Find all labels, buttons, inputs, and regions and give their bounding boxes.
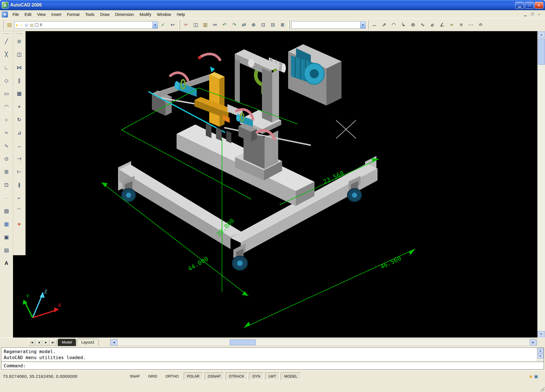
- dim-diameter-icon[interactable]: ⌀: [428, 20, 437, 29]
- mtext-tool-icon[interactable]: A: [1, 257, 12, 270]
- menu-draw[interactable]: Draw: [97, 11, 112, 18]
- rectangle-tool-icon[interactable]: ▭: [1, 87, 12, 100]
- layer-properties-manager-icon[interactable]: ▤: [5, 20, 14, 29]
- layer-on-bulb-icon[interactable]: ●: [16, 23, 18, 27]
- dim-angular-icon[interactable]: ∠: [437, 20, 447, 29]
- zoom-window-icon[interactable]: ⊡: [259, 20, 268, 29]
- make-layer-current-icon[interactable]: ✓: [158, 20, 167, 29]
- trim-tool-icon[interactable]: ⊣: [14, 152, 24, 165]
- layer-dropdown[interactable]: ● ☼ ◎ ▤ 0 ▼: [14, 21, 158, 29]
- scroll-up-icon[interactable]: ▲: [537, 348, 544, 353]
- resize-grip[interactable]: [539, 386, 544, 391]
- point-tool-icon[interactable]: ∙: [1, 191, 12, 205]
- menu-insert[interactable]: Insert: [49, 11, 64, 18]
- layer-dropdown-arrow-icon[interactable]: ▼: [152, 22, 158, 28]
- dim-quick-icon[interactable]: ≍: [447, 20, 456, 29]
- horizontal-scrollbar[interactable]: ◀ ▶: [110, 339, 537, 346]
- toolbar-grip[interactable]: [367, 20, 368, 30]
- hatch-tool-icon[interactable]: ▨: [1, 205, 12, 218]
- dim-continue-icon[interactable]: ⋯: [466, 20, 475, 29]
- command-prompt-input[interactable]: Command:: [1, 363, 544, 369]
- construction-line-tool-icon[interactable]: ╳: [1, 48, 12, 61]
- coordinate-readout[interactable]: 73.8274060, 35.2162450, 0.0000000: [3, 374, 125, 379]
- dim-baseline-icon[interactable]: ≡: [457, 20, 466, 29]
- toggle-snap[interactable]: SNAP: [126, 372, 143, 380]
- zoom-previous-icon[interactable]: ⊟: [268, 20, 277, 29]
- scroll-down-icon[interactable]: ▼: [537, 353, 544, 359]
- polygon-tool-icon[interactable]: ◇: [1, 74, 12, 87]
- scroll-left-icon[interactable]: ◀: [110, 339, 118, 345]
- menu-tools[interactable]: Tools: [82, 11, 97, 18]
- vertical-scrollbar[interactable]: ▲ ▼: [537, 31, 545, 338]
- layer-plot-icon[interactable]: ▤: [30, 23, 33, 27]
- tab-next-button[interactable]: ▶: [43, 339, 49, 345]
- toolbar-grip[interactable]: [288, 20, 290, 30]
- close-button[interactable]: ×: [534, 2, 543, 9]
- vertical-scroll-thumb[interactable]: [538, 39, 545, 65]
- tab-first-button[interactable]: |◀: [28, 339, 35, 345]
- toggle-grid[interactable]: GRID: [144, 372, 161, 380]
- menu-format[interactable]: Format: [64, 11, 82, 18]
- menu-view[interactable]: View: [34, 11, 49, 18]
- scroll-right-icon[interactable]: ▶: [530, 339, 537, 345]
- tab-model[interactable]: Model: [58, 339, 76, 346]
- line-tool-icon[interactable]: ╱: [1, 35, 12, 48]
- break-tool-icon[interactable]: ∦: [14, 178, 24, 191]
- explode-tool-icon[interactable]: ∗: [14, 218, 24, 231]
- command-scrollbar[interactable]: ▲ ▼: [537, 348, 544, 361]
- offset-tool-icon[interactable]: ∥: [14, 74, 24, 87]
- dim-aligned-icon[interactable]: ⇗: [380, 20, 389, 29]
- mdi-restore-button[interactable]: ❐: [529, 12, 535, 17]
- toolbar-grip[interactable]: [2, 20, 3, 30]
- match-properties-icon[interactable]: ≔: [210, 20, 219, 29]
- tab-previous-button[interactable]: ◀: [35, 339, 42, 345]
- status-tray-icon[interactable]: ▣: [534, 374, 538, 379]
- properties-palette-icon[interactable]: ≣: [278, 20, 287, 29]
- spline-tool-icon[interactable]: ∿: [1, 139, 12, 152]
- tab-last-button[interactable]: ▶|: [50, 339, 56, 345]
- scale-tool-icon[interactable]: ⊿: [14, 126, 24, 139]
- array-tool-icon[interactable]: ▦: [14, 87, 24, 100]
- drawing-canvas[interactable]: 44.000 39.000 46.560 23.568 Y Z X: [13, 31, 537, 338]
- dim-ordinate-icon[interactable]: ↳: [399, 20, 408, 29]
- toggle-osnap[interactable]: OSNAP: [204, 372, 224, 380]
- horizontal-scroll-thumb[interactable]: [230, 340, 256, 345]
- scroll-up-icon[interactable]: ▲: [538, 31, 545, 38]
- arc-tool-icon[interactable]: ◠: [1, 100, 12, 113]
- revision-cloud-tool-icon[interactable]: ≈: [1, 126, 12, 139]
- copy-clip-icon[interactable]: ◫: [191, 20, 200, 29]
- dim-linear-icon[interactable]: ↔: [370, 20, 379, 29]
- copy-tool-icon[interactable]: ◫: [14, 48, 24, 61]
- erase-tool-icon[interactable]: ⊘: [14, 35, 24, 48]
- move-tool-icon[interactable]: ⌖: [14, 100, 24, 113]
- region-tool-icon[interactable]: ▣: [1, 231, 12, 244]
- layer-lock-icon[interactable]: ◎: [25, 23, 28, 27]
- toggle-otrack[interactable]: OTRACK: [225, 372, 248, 380]
- tab-layout1[interactable]: Layout1: [77, 339, 98, 346]
- toggle-polar[interactable]: POLAR: [184, 372, 203, 380]
- make-block-tool-icon[interactable]: ⊡: [1, 178, 12, 191]
- toggle-dyn[interactable]: DYN: [249, 372, 263, 380]
- toggle-lwt[interactable]: LWT: [265, 372, 279, 380]
- circle-tool-icon[interactable]: ○: [1, 113, 12, 126]
- menu-window[interactable]: Window: [154, 11, 174, 18]
- cut-icon[interactable]: ✂: [181, 20, 190, 29]
- dim-edit-icon[interactable]: ≏: [476, 20, 485, 29]
- layer-freeze-sun-icon[interactable]: ☼: [20, 23, 23, 27]
- menu-modify[interactable]: Modify: [137, 11, 154, 18]
- dim-style-dropdown[interactable]: ▼: [291, 21, 366, 29]
- communication-center-icon[interactable]: ◈: [529, 374, 533, 379]
- paste-icon[interactable]: ▥: [201, 20, 210, 29]
- polyline-tool-icon[interactable]: ∟: [1, 61, 12, 74]
- dim-arc-length-icon[interactable]: ◠: [389, 20, 398, 29]
- stretch-tool-icon[interactable]: ↔: [14, 139, 24, 152]
- zoom-realtime-icon[interactable]: ⊕: [249, 20, 258, 29]
- rotate-tool-icon[interactable]: ↻: [14, 113, 24, 126]
- dim-radius-icon[interactable]: ⊚: [408, 20, 418, 29]
- mdi-minimize-button[interactable]: ▁: [522, 12, 529, 17]
- layer-previous-icon[interactable]: ↩: [168, 20, 177, 29]
- menu-help[interactable]: Help: [174, 11, 188, 18]
- menu-dimension[interactable]: Dimension: [112, 11, 137, 18]
- toolbar-grip[interactable]: [3, 32, 10, 33]
- mirror-tool-icon[interactable]: ⋈: [14, 61, 24, 74]
